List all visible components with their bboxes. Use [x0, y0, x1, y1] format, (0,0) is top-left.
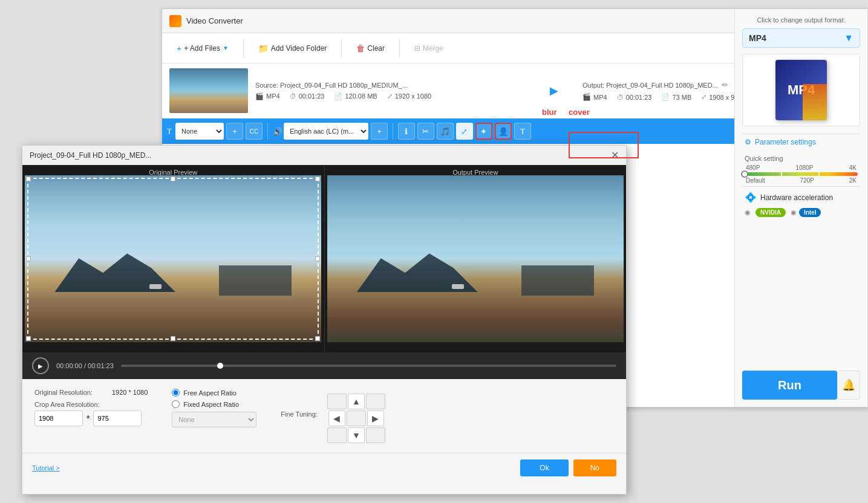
resolution-icon: ⤢: [387, 92, 393, 100]
crop-dialog-title: Project_09-04_Full HD 1080p_MED... ✕: [22, 146, 626, 165]
output-preview-pane: Output Preview: [325, 165, 627, 352]
add-audio-button[interactable]: +: [371, 123, 388, 140]
output-format-label: Click to change output format:: [742, 16, 860, 24]
crop-handle-ml[interactable]: [26, 256, 31, 261]
original-resolution-row: Original Resolution: 1920 * 1080: [34, 389, 148, 396]
progress-bar[interactable]: [121, 365, 616, 367]
merge-button[interactable]: ⊞ Merge: [407, 41, 451, 56]
toolbar-sep-2: [393, 123, 393, 140]
output-format-icon: 🎬: [582, 93, 591, 101]
add-video-folder-button[interactable]: 📁 Add Video Folder: [251, 40, 334, 57]
hw-accel-label: Hardware acceleration: [760, 193, 833, 202]
subtitle-group: T None: [167, 123, 224, 140]
output-duration-icon: ⏱: [617, 94, 624, 101]
crop-handle-tr[interactable]: [315, 177, 320, 181]
fine-tune-up-button[interactable]: ▲: [348, 394, 365, 409]
fixed-aspect-label: Fixed Aspect Ratio: [183, 401, 239, 408]
folder-icon: 📁: [258, 44, 269, 53]
app-icon: [169, 15, 181, 27]
original-res-label: Original Resolution:: [34, 389, 107, 396]
source-format: MP4: [266, 92, 280, 100]
crop-handle-tc[interactable]: [171, 177, 175, 181]
crop-handle-br[interactable]: [315, 336, 320, 341]
merge-icon: ⊞: [414, 44, 420, 53]
output-duration-item: ⏱ 00:01:23: [617, 93, 652, 101]
badge-row: ◉ NVIDIA ◉ Intel: [742, 208, 860, 221]
format-preview: MP4: [742, 54, 860, 126]
fine-tuning-label: Fine Tuning:: [281, 411, 318, 418]
crop-button[interactable]: ⤢: [456, 123, 473, 140]
total-time: 00:01:23: [88, 362, 114, 369]
blur-button[interactable]: ✦: [475, 123, 492, 140]
output-format-item: 🎬 MP4: [582, 93, 607, 101]
fine-tune-right-button[interactable]: ▶: [367, 411, 384, 426]
add-subtitle-button[interactable]: +: [226, 123, 243, 140]
aspect-ratio-group: Free Aspect Ratio Fixed Aspect Ratio Non…: [172, 389, 256, 443]
alarm-button[interactable]: 🔔: [837, 371, 860, 400]
subtitle-icon: T: [167, 127, 172, 136]
edit-output-button[interactable]: ✏: [722, 80, 728, 89]
crop-width-input[interactable]: [34, 411, 83, 426]
hw-accel-row: 💠 Hardware acceleration: [742, 186, 860, 208]
quick-setting-label: Quick setting: [742, 150, 860, 164]
free-aspect-label: Free Aspect Ratio: [183, 389, 236, 397]
fine-tuning-controls: ▲ ◀ ▶ ▼: [327, 394, 385, 443]
crop-area-label: Crop Area Resolution:: [34, 401, 107, 408]
source-label: Source: Project_09-04_Full HD 1080p_MEDI…: [255, 82, 526, 89]
toolbar-sep-1: [267, 123, 268, 140]
output-label: Output: Project_09-04_Full HD 1080p_MED.…: [582, 82, 718, 89]
crop-settings: Original Resolution: 1920 * 1080 Crop Ar…: [22, 379, 626, 453]
toolbar-divider-2: [341, 39, 342, 57]
free-aspect-ratio-option[interactable]: Free Aspect Ratio: [172, 389, 256, 397]
format-dropdown-icon: ▼: [844, 33, 853, 44]
audio-icon: 🔊: [273, 127, 282, 136]
crop-left-settings: Original Resolution: 1920 * 1080 Crop Ar…: [34, 389, 148, 443]
format-icon: 🎬: [255, 92, 264, 100]
toolbar-divider-3: [399, 39, 400, 57]
original-video-preview: [25, 175, 321, 342]
aspect-select[interactable]: None: [172, 412, 256, 427]
subtitle-select[interactable]: None: [175, 123, 224, 140]
preview-area: Original Preview: [22, 165, 626, 352]
crop-height-input[interactable]: [93, 411, 142, 426]
run-button[interactable]: Run: [742, 371, 837, 400]
arrow-icon: ▶: [550, 84, 558, 97]
quality-slider-thumb: [741, 170, 748, 178]
cc-button[interactable]: CC: [246, 123, 263, 140]
subtitle-edit-button[interactable]: T: [514, 123, 531, 140]
crop-handle-bc[interactable]: [171, 336, 175, 341]
play-button[interactable]: ▶: [32, 357, 49, 374]
tutorial-link[interactable]: Tutorial >: [32, 464, 60, 472]
audio-select[interactable]: English aac (LC) (m...: [284, 123, 368, 140]
format-name: MP4: [749, 33, 766, 43]
crop-handle-tl[interactable]: [26, 177, 31, 181]
param-settings-button[interactable]: ⚙ Parameter settings: [742, 134, 860, 150]
cover-button[interactable]: 👤: [495, 123, 512, 140]
add-files-button[interactable]: + + Add Files ▼: [169, 40, 236, 57]
format-selector[interactable]: MP4 ▼: [742, 28, 860, 48]
fixed-aspect-ratio-option[interactable]: Fixed Aspect Ratio: [172, 400, 256, 408]
fixed-aspect-radio[interactable]: [172, 400, 180, 408]
no-button[interactable]: No: [573, 459, 616, 476]
output-size-item: 📄 73 MB: [661, 93, 691, 101]
quality-slider-track[interactable]: [745, 172, 858, 176]
ok-button[interactable]: Ok: [520, 459, 568, 476]
info-button[interactable]: ℹ: [398, 123, 415, 140]
intel-badge: Intel: [799, 208, 821, 217]
audio-edit-button[interactable]: 🎵: [437, 123, 454, 140]
cut-button[interactable]: ✂: [417, 123, 434, 140]
source-duration-item: ⏱ 00:01:23: [290, 92, 325, 100]
crop-dialog-close[interactable]: ✕: [611, 149, 619, 161]
output-duration: 00:01:23: [626, 94, 652, 101]
free-aspect-radio[interactable]: [172, 389, 180, 397]
crop-handle-mr[interactable]: [315, 256, 320, 261]
playback-controls: ▶ 00:00:00 / 00:01:23: [22, 352, 626, 379]
clear-button[interactable]: 🗑 Clear: [349, 40, 392, 57]
audio-group: 🔊 English aac (LC) (m...: [273, 123, 368, 140]
fine-tune-down-button[interactable]: ▼: [348, 427, 365, 443]
clear-icon: 🗑: [356, 44, 365, 53]
file-thumbnail: [169, 68, 248, 113]
fine-tune-left-button[interactable]: ◀: [328, 411, 345, 426]
crop-handle-bl[interactable]: [26, 336, 31, 341]
source-resolution-item: ⤢ 1920 x 1080: [387, 92, 432, 100]
